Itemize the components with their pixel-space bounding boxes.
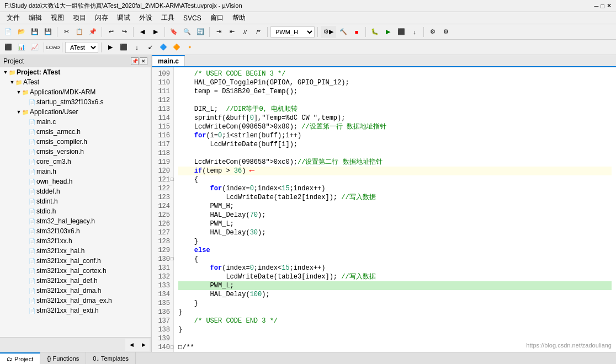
open-btn[interactable]: 📂 xyxy=(15,26,28,38)
settings-btn[interactable]: ⚙ xyxy=(440,26,452,38)
t2-btn2[interactable]: 📊 xyxy=(15,41,28,53)
t2-btn6[interactable]: 🔶 xyxy=(171,41,183,53)
bottom-tab-templates[interactable]: 0↓ Templates xyxy=(86,352,136,365)
tree-item[interactable]: 📄main.c xyxy=(0,117,151,127)
menu-item-调试[interactable]: 调试 xyxy=(113,12,135,24)
tree-item[interactable]: 📄stm32f1xx_hal_conf.h xyxy=(0,256,151,266)
undo-btn[interactable]: ↩ xyxy=(105,26,117,38)
tree-item[interactable]: 📄startup_stm32f103x6.s xyxy=(0,97,151,107)
tree-item[interactable]: ▼📁Application/MDK-ARM xyxy=(0,87,151,97)
paste-btn[interactable]: 📌 xyxy=(87,26,99,38)
tree-item[interactable]: 📄stm32f1xx_hal_dma.h xyxy=(0,286,151,296)
tree-item[interactable]: 📄stm32f1xx_hal.h xyxy=(0,246,151,256)
tree-item[interactable]: 📄stdint.h xyxy=(0,196,151,206)
menu-item-帮助[interactable]: 帮助 xyxy=(228,12,250,24)
tree-item[interactable]: 📄cmsis_armcc.h xyxy=(0,127,151,137)
save-all-btn[interactable]: 💾 xyxy=(42,26,54,38)
target-combo[interactable]: PWM_H xyxy=(270,26,315,38)
tree-item[interactable]: 📄stddef.h xyxy=(0,186,151,196)
uncomment-btn[interactable]: /* xyxy=(252,26,264,38)
tree-item[interactable]: 📄cmsis_version.h xyxy=(0,147,151,157)
menu-item-窗口[interactable]: 窗口 xyxy=(206,12,228,24)
panel-pin-btn[interactable]: 📌 xyxy=(131,57,139,65)
project-tree: ▼📁Project: ATest▼📁ATest▼📁Application/MDK… xyxy=(0,67,151,337)
collapse-icon[interactable]: □ xyxy=(171,255,173,264)
tree-item[interactable]: 📄cmsis_compiler.h xyxy=(0,137,151,147)
tree-item[interactable]: 📄own_head.h xyxy=(0,176,151,186)
menu-item-闪存[interactable]: 闪存 xyxy=(91,12,113,24)
nav-back-btn[interactable]: ◀ xyxy=(136,26,148,38)
step-btn[interactable]: ↓ xyxy=(408,26,421,38)
stop-btn[interactable]: ■ xyxy=(351,26,363,38)
t2-btn4[interactable]: ↙ xyxy=(144,41,156,53)
menu-item-外设[interactable]: 外设 xyxy=(135,12,157,24)
tree-expand-icon[interactable]: ▼ xyxy=(15,89,22,95)
t2-btn7[interactable]: 🔸 xyxy=(184,41,196,53)
stop2-btn[interactable]: ⬛ xyxy=(395,26,407,38)
tree-expand-icon[interactable]: ▼ xyxy=(15,109,22,115)
tree-item[interactable]: ▼📁ATest xyxy=(0,77,151,87)
cut-btn[interactable]: ✂ xyxy=(60,26,72,38)
t2-step2-btn[interactable]: ↓ xyxy=(131,41,143,53)
build-btn[interactable]: ⚙▶ xyxy=(321,26,336,38)
tree-item[interactable]: 📄stm32f103x6.h xyxy=(0,226,151,236)
menu-item-项目[interactable]: 项目 xyxy=(68,12,91,24)
run-btn[interactable]: ▶ xyxy=(382,26,394,38)
replace-btn[interactable]: 🔄 xyxy=(194,26,206,38)
tree-item[interactable]: 📄stm32f1xx_hal_def.h xyxy=(0,276,151,286)
tree-item[interactable]: ▼📁Project: ATest xyxy=(0,67,151,77)
options-btn[interactable]: ⚙ xyxy=(427,26,439,38)
maximize-icon[interactable]: □ xyxy=(601,3,604,9)
comment-btn[interactable]: // xyxy=(239,26,251,38)
scroll-right-btn[interactable]: ▶ xyxy=(137,339,150,351)
t2-btn3[interactable]: 📈 xyxy=(29,41,41,53)
collapse-icon[interactable]: □ xyxy=(171,343,173,352)
menu-item-文件[interactable]: 文件 xyxy=(2,12,24,24)
minimize-icon[interactable]: ─ xyxy=(594,3,599,9)
tree-item[interactable]: 📄stm32f1xx_hal_exti.h xyxy=(0,306,151,315)
code-content[interactable]: /* USER CODE BEGIN 3 */ HAL_GPIO_ToggleP… xyxy=(174,67,616,352)
project-combo[interactable]: ATest xyxy=(65,42,98,53)
scroll-left-btn[interactable]: ◀ xyxy=(125,339,137,351)
menu-item-SVCS[interactable]: SVCS xyxy=(179,13,206,23)
close-icon[interactable]: ✕ xyxy=(607,2,612,9)
tree-item[interactable]: 📄stdio.h xyxy=(0,206,151,216)
code-line: for(index=0;index<15;index++) xyxy=(178,264,612,272)
tree-expand-icon[interactable]: ▼ xyxy=(2,69,9,75)
bottom-tab-project[interactable]: 🗂 Project xyxy=(0,352,40,365)
debug-btn[interactable]: 🐛 xyxy=(369,26,381,38)
tree-item[interactable]: 📄core_cm3.h xyxy=(0,157,151,167)
panel-close-btn[interactable]: ✕ xyxy=(140,57,147,65)
find-btn[interactable]: 🔍 xyxy=(181,26,193,38)
outdent-btn[interactable]: ⇤ xyxy=(226,26,238,38)
tab-main-c[interactable]: main.c xyxy=(152,55,185,66)
rebuild-btn[interactable]: 🔨 xyxy=(337,26,349,38)
menu-item-编辑[interactable]: 编辑 xyxy=(24,12,46,24)
new-file-btn[interactable]: 📄 xyxy=(2,26,14,38)
t2-load-btn[interactable]: LOAD xyxy=(47,41,59,53)
tree-item[interactable]: 📄stm32f1xx_hal_cortex.h xyxy=(0,266,151,276)
code-editor[interactable]: 1091101111121131141151161171181191201211… xyxy=(152,67,616,352)
t2-btn5[interactable]: 🔷 xyxy=(157,41,169,53)
menu-item-工具[interactable]: 工具 xyxy=(157,12,179,24)
tree-item[interactable]: 📄stm32f1xx_hal_dma_ex.h xyxy=(0,296,151,306)
collapse-icon[interactable]: □ xyxy=(171,175,173,184)
line-number: 121 xyxy=(154,175,170,184)
tree-item[interactable]: 📄main.h xyxy=(0,167,151,176)
bookmark-btn[interactable]: 🔖 xyxy=(168,26,180,38)
t2-stop3-btn[interactable]: ⬛ xyxy=(118,41,130,53)
redo-btn[interactable]: ↪ xyxy=(118,26,130,38)
tree-expand-icon[interactable]: ▼ xyxy=(9,79,15,85)
code-line: /* USER CODE END 3 */ xyxy=(178,317,612,325)
save-btn[interactable]: 💾 xyxy=(29,26,41,38)
tree-item[interactable]: 📄stm32_hal_legacy.h xyxy=(0,216,151,226)
indent-btn[interactable]: ⇥ xyxy=(213,26,225,38)
t2-btn1[interactable]: ⬛ xyxy=(2,41,14,53)
t2-run2-btn[interactable]: ▶ xyxy=(104,41,116,53)
tree-item[interactable]: ▼📁Application/User xyxy=(0,107,151,117)
copy-btn[interactable]: 📋 xyxy=(73,26,86,38)
nav-fwd-btn[interactable]: ▶ xyxy=(150,26,162,38)
tree-item[interactable]: 📄stm32f1xx.h xyxy=(0,236,151,246)
bottom-tab-functions[interactable]: {} Functions xyxy=(40,352,86,365)
menu-item-视图[interactable]: 视图 xyxy=(46,12,68,24)
